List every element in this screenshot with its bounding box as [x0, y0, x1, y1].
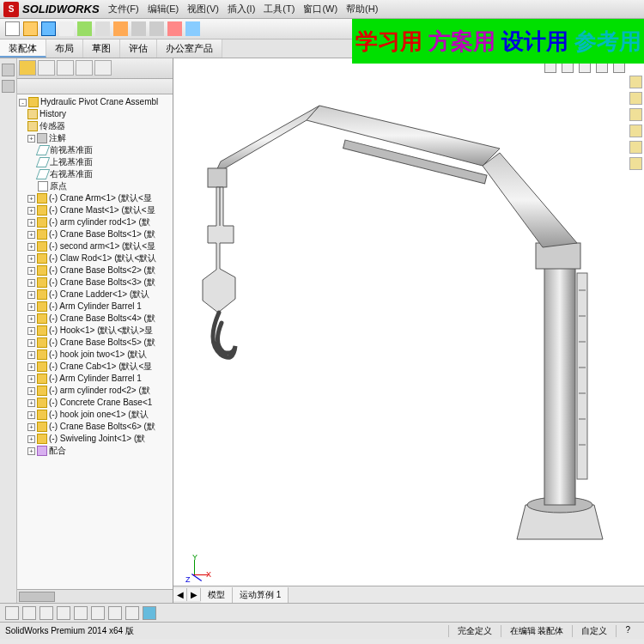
- open-icon[interactable]: [23, 21, 38, 36]
- tree-plane[interactable]: 右视基准面: [17, 168, 173, 180]
- expand-icon[interactable]: +: [27, 387, 35, 395]
- expand-icon[interactable]: -: [19, 99, 27, 106]
- tree-part[interactable]: +(-) Crane Base Bolts<3> (默: [17, 276, 173, 289]
- tool-icon[interactable]: [125, 606, 139, 620]
- expand-icon[interactable]: +: [27, 411, 35, 419]
- tab-nav-right-icon[interactable]: ▶: [187, 588, 201, 601]
- feature-tree[interactable]: -Hydraulic Pivot Crane Assembl History 传…: [17, 94, 173, 589]
- expand-icon[interactable]: +: [27, 243, 35, 251]
- menu-tools[interactable]: 工具(T): [264, 3, 295, 15]
- tree-part[interactable]: +(-) Hook<1> (默认<默认>显: [17, 325, 173, 337]
- left-tool-icon[interactable]: [2, 80, 15, 93]
- tab-model[interactable]: 模型: [201, 587, 233, 603]
- menu-view[interactable]: 视图(V): [187, 3, 219, 15]
- tree-origin[interactable]: 原点: [17, 180, 173, 192]
- tool-icon[interactable]: [108, 606, 122, 620]
- tab-assembly[interactable]: 装配体: [0, 39, 46, 58]
- expand-icon[interactable]: +: [27, 375, 35, 383]
- tab-sketch[interactable]: 草图: [83, 39, 120, 58]
- tree-history[interactable]: History: [17, 108, 173, 120]
- display-manager-tab-icon[interactable]: [94, 60, 112, 76]
- tree-part[interactable]: +(-) Crane Base Bolts<5> (默: [17, 337, 173, 349]
- tab-layout[interactable]: 布局: [46, 39, 83, 58]
- axis-triad[interactable]: Y X Z: [180, 553, 211, 584]
- tree-part[interactable]: +(-) Swiveling Joint<1> (默: [17, 433, 173, 445]
- expand-icon[interactable]: +: [27, 399, 35, 407]
- status-help-icon[interactable]: ?: [616, 625, 639, 637]
- expand-icon[interactable]: +: [27, 219, 35, 227]
- tree-notes[interactable]: +注解: [17, 132, 173, 144]
- tree-part[interactable]: +(-) arm cylinder rod<2> (默: [17, 385, 173, 397]
- tool-icon[interactable]: [39, 606, 53, 620]
- tree-plane[interactable]: 前视基准面: [17, 144, 173, 156]
- expand-icon[interactable]: +: [27, 447, 35, 455]
- feature-tree-tab-icon[interactable]: [19, 60, 36, 76]
- tool-icon[interactable]: [143, 606, 156, 620]
- appearance-icon[interactable]: [185, 21, 200, 36]
- expand-icon[interactable]: +: [27, 195, 35, 203]
- expand-icon[interactable]: +: [27, 339, 35, 347]
- tree-part[interactable]: +(-) Crane Base Bolts<2> (默: [17, 264, 173, 276]
- expand-icon[interactable]: +: [27, 435, 35, 443]
- select-icon[interactable]: [113, 21, 128, 36]
- save-icon[interactable]: [41, 21, 56, 36]
- expand-icon[interactable]: +: [27, 315, 35, 323]
- menu-help[interactable]: 帮助(H): [346, 3, 378, 15]
- new-icon[interactable]: [5, 21, 20, 36]
- expand-icon[interactable]: +: [27, 207, 35, 215]
- expand-icon[interactable]: +: [27, 279, 35, 287]
- tree-root[interactable]: -Hydraulic Pivot Crane Assembl: [17, 96, 173, 108]
- tree-part[interactable]: +(-) Crane Base Bolts<4> (默: [17, 313, 173, 325]
- undo-icon[interactable]: [131, 21, 146, 36]
- expand-icon[interactable]: +: [27, 303, 35, 311]
- tree-part[interactable]: +(-) Crane Ladder<1> (默认: [17, 289, 173, 301]
- tree-sensor[interactable]: 传感器: [17, 120, 173, 132]
- tree-part[interactable]: +(-) Crane Arm<1> (默认<显: [17, 192, 173, 204]
- redo-icon[interactable]: [149, 21, 164, 36]
- tree-part[interactable]: +(-) Arm Cylinder Barrel 1: [17, 301, 173, 313]
- rebuild-icon[interactable]: [77, 21, 92, 36]
- expand-icon[interactable]: +: [27, 231, 35, 239]
- print-icon[interactable]: [59, 21, 74, 36]
- expand-icon[interactable]: +: [27, 327, 35, 335]
- tree-part[interactable]: +(-) Crane Mast<1> (默认<显: [17, 204, 173, 216]
- tree-plane[interactable]: 上视基准面: [17, 156, 173, 168]
- tab-office[interactable]: 办公室产品: [157, 39, 222, 58]
- property-manager-tab-icon[interactable]: [38, 60, 55, 76]
- tree-part[interactable]: +(-) Crane Base Bolts<6> (默: [17, 421, 173, 433]
- tree-part[interactable]: +(-) Crane Base Bolts<1> (默: [17, 228, 173, 240]
- panel-scrollbar[interactable]: [17, 589, 173, 603]
- tab-nav-left-icon[interactable]: ◀: [173, 588, 187, 601]
- tree-part[interactable]: +(-) Arm Cylinder Barrel 1: [17, 373, 173, 385]
- expand-icon[interactable]: +: [27, 135, 35, 143]
- menu-edit[interactable]: 编辑(E): [148, 3, 179, 15]
- expand-icon[interactable]: +: [27, 291, 35, 299]
- menu-window[interactable]: 窗口(W): [303, 3, 337, 15]
- tool-icon[interactable]: [74, 606, 88, 620]
- tree-part[interactable]: +(-) Claw Rod<1> (默认<默认: [17, 252, 173, 264]
- dimxpert-tab-icon[interactable]: [76, 60, 93, 76]
- tree-part[interactable]: +(-) hook join two<1> (默认: [17, 349, 173, 361]
- tool-icon[interactable]: [57, 606, 70, 620]
- graphics-viewport[interactable]: Y X Z ◀ ▶ 模型 运动算例 1: [173, 58, 644, 603]
- tool-icon[interactable]: [91, 606, 105, 620]
- tree-part[interactable]: +(-) Concrete Crane Base<1: [17, 397, 173, 409]
- tab-evaluate[interactable]: 评估: [120, 39, 157, 58]
- expand-icon[interactable]: +: [27, 351, 35, 359]
- expand-icon[interactable]: +: [27, 255, 35, 263]
- menu-file[interactable]: 文件(F): [108, 3, 139, 15]
- tool-icon[interactable]: [5, 606, 19, 620]
- tree-mates[interactable]: +配合: [17, 445, 173, 457]
- config-manager-tab-icon[interactable]: [57, 60, 74, 76]
- sketch-icon[interactable]: [167, 21, 182, 36]
- tree-part[interactable]: +(-) second arm<1> (默认<显: [17, 240, 173, 252]
- tab-motion-study[interactable]: 运动算例 1: [233, 587, 289, 603]
- expand-icon[interactable]: +: [27, 267, 35, 275]
- tree-part[interactable]: +(-) hook join one<1> (默认: [17, 409, 173, 421]
- tree-part[interactable]: +(-) Crane Cab<1> (默认<显: [17, 361, 173, 373]
- tool-icon[interactable]: [22, 606, 36, 620]
- menu-insert[interactable]: 插入(I): [228, 3, 255, 15]
- left-tool-icon[interactable]: [2, 64, 15, 76]
- expand-icon[interactable]: +: [27, 423, 35, 431]
- options-icon[interactable]: [95, 21, 110, 36]
